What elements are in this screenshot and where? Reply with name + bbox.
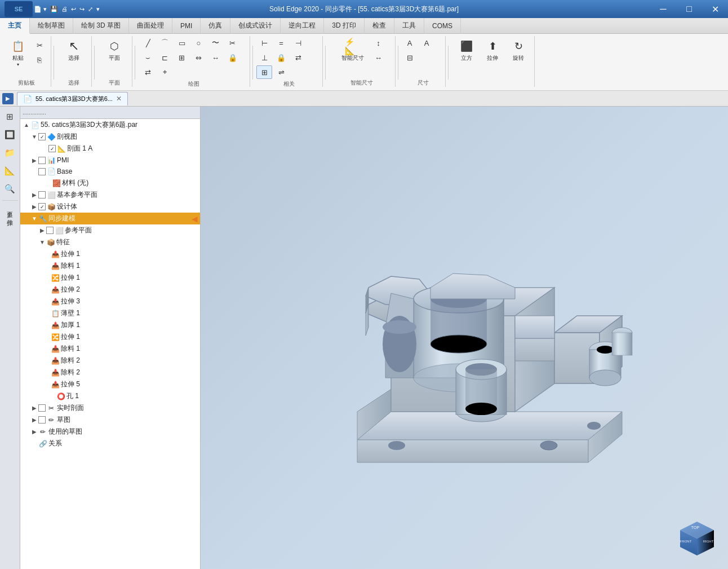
move-btn[interactable]: ↔ xyxy=(208,51,224,64)
ti5-check[interactable] xyxy=(38,191,46,199)
tree-item-15[interactable]: 📋 薄壁 1 xyxy=(20,307,200,319)
sym2-btn[interactable]: ⇌ xyxy=(273,65,289,79)
dim-more-1[interactable]: ↕ xyxy=(371,36,387,50)
line-btn[interactable]: ╱ xyxy=(140,36,156,50)
tree-root[interactable]: ▲ 📄 55. catics第3届3D大赛第6题.par xyxy=(20,119,200,131)
parallel-btn[interactable]: ⊣ xyxy=(290,36,306,50)
ti2-expand[interactable]: ▶ xyxy=(30,156,38,164)
tree-item-2[interactable]: ▶ 📊 PMI xyxy=(20,155,200,166)
tab-surface[interactable]: 曲面处理 xyxy=(129,18,172,33)
trim-btn[interactable]: ✂ xyxy=(225,36,241,50)
extrude-button[interactable]: ⬆ 拉伸 xyxy=(480,36,505,64)
ti5-expand[interactable]: ▶ xyxy=(30,191,38,199)
mirror-btn[interactable]: ⇔ xyxy=(191,51,207,64)
offset-btn[interactable]: ⊏ xyxy=(157,51,173,64)
tree-item-7[interactable]: ▼ 🔧 同步建模 ◀ xyxy=(20,213,200,224)
tree-item-3[interactable]: ▶ 📄 Base xyxy=(20,166,200,177)
ti3-check[interactable] xyxy=(38,168,46,175)
dimB-btn[interactable]: A xyxy=(419,36,434,50)
lt-action-label[interactable]: 操作 xyxy=(4,212,16,218)
ti0-expand[interactable]: ▼ xyxy=(30,133,38,141)
tab-inspect[interactable]: 检查 xyxy=(365,18,394,33)
tree-item-12[interactable]: 🔀 拉伸 1 xyxy=(20,272,200,284)
revolve-button[interactable]: ↻ 旋转 xyxy=(506,36,531,64)
tab-sketch3d[interactable]: 绘制 3D 草图 xyxy=(73,18,129,33)
tree-item-20[interactable]: 📥 除料 2 xyxy=(20,367,200,378)
tree-item-17[interactable]: 🔀 拉伸 1 xyxy=(20,331,200,343)
tree-item-10[interactable]: 📤 拉伸 1 xyxy=(20,248,200,260)
dim-more-2[interactable]: ↔ xyxy=(371,51,387,64)
tree-root-expand[interactable]: ▲ xyxy=(23,121,30,129)
ti8-check[interactable] xyxy=(46,227,54,234)
perp-btn[interactable]: ⊥ xyxy=(256,51,272,64)
tree-item-11[interactable]: 📥 除料 1 xyxy=(20,260,200,272)
tree-item-8[interactable]: ▶ ⬜ 参考平面 xyxy=(20,224,200,236)
tree-item-9[interactable]: ▼ 📦 特征 xyxy=(20,236,200,248)
ti24-expand[interactable]: ▶ xyxy=(30,416,38,424)
tree-collapse-handle[interactable]: ............... xyxy=(20,107,200,119)
tree-item-23[interactable]: ▶ ✂ 实时剖面 xyxy=(20,402,200,414)
ti2-check[interactable] xyxy=(38,157,46,164)
relate-btn[interactable]: ⇄ xyxy=(140,65,156,79)
tree-item-4[interactable]: ▶ 🧱 材料 (无) xyxy=(20,177,200,189)
arc-btn[interactable]: ⌒ xyxy=(157,36,173,50)
ti23-expand[interactable]: ▶ xyxy=(30,404,38,412)
special-btn[interactable]: ⊞ xyxy=(256,65,272,79)
tab-coms[interactable]: COMS xyxy=(424,18,461,33)
copy-button[interactable]: ⎘ xyxy=(32,53,47,67)
cut-button[interactable]: ✂ xyxy=(32,38,47,52)
lt-btn-view[interactable]: 🔲 xyxy=(2,127,18,143)
tree-item-18[interactable]: 📥 除料 1 xyxy=(20,343,200,355)
tree-item-25[interactable]: ▶ ✏ 使用的草图 xyxy=(20,426,200,438)
tree-item-16[interactable]: 📤 加厚 1 xyxy=(20,319,200,331)
tab-home[interactable]: 主页 xyxy=(0,18,30,34)
ti6-expand[interactable]: ▶ xyxy=(30,203,38,211)
tree-item-24[interactable]: ▶ ✏ 草图 xyxy=(20,414,200,426)
lock-btn[interactable]: 🔒 xyxy=(225,51,241,64)
document-tab[interactable]: 📄 55. catics第3届3D大赛第6... ✕ xyxy=(17,92,128,105)
spline-btn[interactable]: 〜 xyxy=(208,36,224,50)
tree-item-0[interactable]: ▼ 🔷 剖视图 xyxy=(20,131,200,143)
lt-btn-measure[interactable]: 📐 xyxy=(2,163,18,179)
tab-tools[interactable]: 工具 xyxy=(394,18,424,33)
ti8-expand[interactable]: ▶ xyxy=(38,227,46,235)
dim-btn2[interactable]: ⌖ xyxy=(157,65,173,79)
ti24-check[interactable] xyxy=(38,416,46,424)
tree-item-13[interactable]: 📤 拉伸 2 xyxy=(20,284,200,295)
dimC-btn[interactable]: ⊟ xyxy=(402,51,418,64)
ti6-check[interactable] xyxy=(38,203,46,210)
close-button[interactable]: ✕ xyxy=(702,0,728,18)
smartdim-button[interactable]: ⚡📐 智能尺寸 xyxy=(337,36,369,64)
lt-btn-open[interactable]: 📁 xyxy=(2,145,18,161)
lt-more-label[interactable]: 更多 xyxy=(4,204,16,210)
select-button[interactable]: ↖ 选择 xyxy=(60,36,88,64)
rect-btn[interactable]: ▭ xyxy=(174,36,190,50)
tab-simulation[interactable]: 仿真 xyxy=(201,18,230,33)
ti25-expand[interactable]: ▶ xyxy=(30,428,38,436)
tab-pmi[interactable]: PMI xyxy=(172,18,201,33)
ti9-expand[interactable]: ▼ xyxy=(38,239,46,246)
tree-item-5[interactable]: ▶ ⬜ 基本参考平面 xyxy=(20,189,200,201)
tree-item-22[interactable]: ▶ ⭕ 孔 1 xyxy=(20,390,200,402)
lt-btn-grid[interactable]: ⊞ xyxy=(2,109,18,125)
tree-item-19[interactable]: 📥 除料 2 xyxy=(20,355,200,367)
paste-button[interactable]: 📋 粘贴 ▾ xyxy=(6,36,30,69)
tab-generative[interactable]: 创成式设计 xyxy=(230,18,281,33)
ti1-check[interactable] xyxy=(48,145,56,152)
maximize-button[interactable]: □ xyxy=(676,0,702,18)
connect-btn[interactable]: ⊢ xyxy=(256,36,272,50)
fix-btn[interactable]: 🔒 xyxy=(273,51,289,64)
ti0-check[interactable] xyxy=(38,133,46,140)
doc-tab-close[interactable]: ✕ xyxy=(116,95,122,103)
dimA-btn[interactable]: A xyxy=(402,36,418,50)
tab-3dprint[interactable]: 3D 打印 xyxy=(324,18,365,33)
plane-button[interactable]: ⬡ 平面 xyxy=(100,36,128,64)
circle-btn[interactable]: ○ xyxy=(191,36,207,50)
sym-btn[interactable]: ⇄ xyxy=(290,51,306,64)
ti7-expand[interactable]: ▼ xyxy=(30,215,38,223)
minimize-button[interactable]: ─ xyxy=(650,0,676,18)
orientation-cube[interactable]: TOP FRONT RIGHT xyxy=(677,519,717,558)
cube-button[interactable]: ⬛ 立方 xyxy=(454,36,479,64)
lt-btn-zoom[interactable]: 🔍 xyxy=(2,181,18,197)
pattern-btn[interactable]: ⊞ xyxy=(174,51,190,64)
